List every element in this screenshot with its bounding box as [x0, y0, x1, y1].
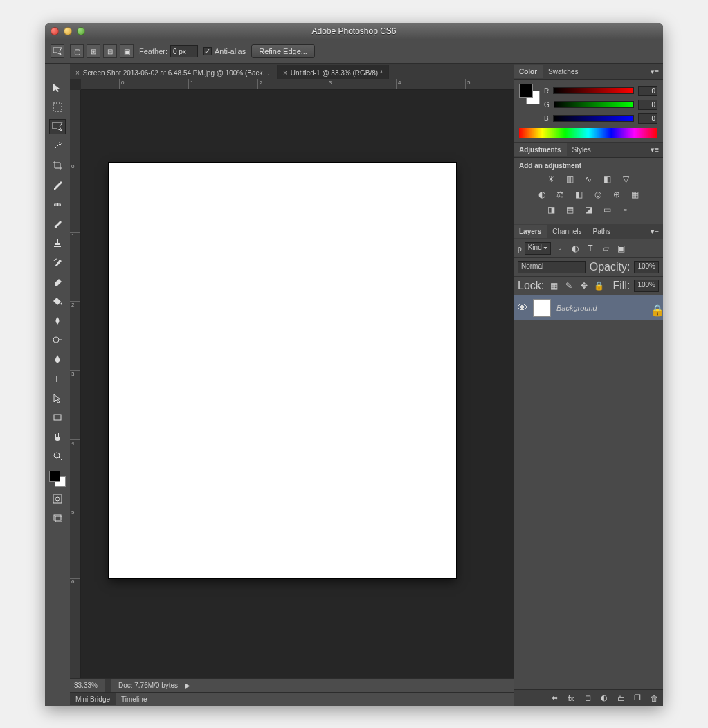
- crop-tool-icon[interactable]: [49, 158, 66, 173]
- filter-adjust-icon[interactable]: ◐: [569, 243, 581, 254]
- eyedropper-tool-icon[interactable]: [49, 177, 66, 192]
- layer-filter-kind[interactable]: Kind ÷: [525, 242, 551, 255]
- channel-mixer-icon[interactable]: ⊕: [610, 189, 623, 200]
- move-tool-icon[interactable]: [49, 80, 66, 95]
- color-swatch-pair[interactable]: [49, 471, 66, 487]
- lock-position-icon[interactable]: ✥: [579, 280, 590, 291]
- g-slider[interactable]: [554, 101, 634, 108]
- styles-tab[interactable]: Styles: [567, 143, 597, 156]
- canvas[interactable]: [109, 163, 456, 578]
- lock-all-icon[interactable]: 🔒: [594, 280, 605, 291]
- filter-type-icon[interactable]: T: [584, 243, 597, 254]
- path-select-tool-icon[interactable]: [49, 390, 66, 406]
- b-value-input[interactable]: [638, 113, 657, 124]
- g-value-input[interactable]: [638, 100, 657, 110]
- blur-tool-icon[interactable]: [49, 313, 66, 328]
- new-layer-icon[interactable]: ❐: [633, 693, 642, 703]
- photo-filter-icon[interactable]: ◎: [592, 189, 604, 200]
- history-brush-tool-icon[interactable]: [49, 255, 66, 270]
- lock-transparency-icon[interactable]: ▦: [548, 280, 559, 291]
- fg-swatch[interactable]: [519, 84, 533, 98]
- selection-intersect-icon[interactable]: ▣: [120, 44, 134, 58]
- marquee-tool-icon[interactable]: [49, 100, 66, 115]
- r-slider[interactable]: [553, 87, 634, 94]
- levels-icon[interactable]: ▥: [563, 174, 576, 185]
- fill-value[interactable]: 100%: [634, 280, 659, 292]
- selection-add-icon[interactable]: ⊞: [87, 44, 100, 58]
- paths-tab[interactable]: Paths: [588, 225, 617, 238]
- eraser-tool-icon[interactable]: [49, 274, 66, 289]
- screen-mode-icon[interactable]: [49, 511, 66, 526]
- mini-bridge-tab[interactable]: Mini Bridge: [70, 693, 116, 705]
- panel-menu-icon[interactable]: ▾≡: [646, 67, 663, 76]
- hand-tool-icon[interactable]: [49, 429, 66, 444]
- channels-tab[interactable]: Channels: [547, 225, 587, 238]
- color-panel-swatch[interactable]: [519, 84, 540, 104]
- shape-tool-icon[interactable]: [49, 410, 66, 425]
- selective-color-icon[interactable]: ▫: [619, 204, 632, 215]
- quick-mask-icon[interactable]: [49, 491, 66, 507]
- filter-smart-icon[interactable]: ▣: [615, 243, 627, 254]
- close-tab-icon[interactable]: ×: [75, 69, 80, 77]
- selection-new-icon[interactable]: ▢: [70, 44, 84, 58]
- canvas-viewport[interactable]: [81, 90, 514, 678]
- color-tab[interactable]: Color: [514, 65, 543, 78]
- vibrance-icon[interactable]: ▽: [619, 174, 632, 185]
- fx-icon[interactable]: fx: [566, 693, 576, 703]
- bw-icon[interactable]: ◧: [573, 189, 586, 200]
- panel-menu-icon[interactable]: ▾≡: [646, 145, 663, 154]
- pen-tool-icon[interactable]: [49, 352, 66, 367]
- layers-tab[interactable]: Layers: [514, 225, 547, 238]
- document-tab-2[interactable]: × Untitled-1 @ 33.3% (RGB/8) *: [278, 65, 389, 79]
- type-tool-icon[interactable]: T: [49, 371, 66, 386]
- brush-tool-icon[interactable]: [49, 216, 66, 231]
- brightness-icon[interactable]: ☀: [545, 174, 557, 185]
- hue-icon[interactable]: ◐: [536, 189, 548, 200]
- invert-icon[interactable]: ◨: [545, 204, 557, 215]
- layer-row[interactable]: 👁 Background 🔒: [514, 295, 663, 320]
- group-icon[interactable]: 🗀: [616, 693, 626, 703]
- swatches-tab[interactable]: Swatches: [543, 65, 583, 78]
- r-value-input[interactable]: [638, 86, 657, 96]
- zoom-level[interactable]: 33.33%: [74, 682, 98, 689]
- status-arrow-icon[interactable]: ▶: [185, 682, 190, 689]
- b-slider[interactable]: [553, 115, 634, 122]
- threshold-icon[interactable]: ◪: [582, 204, 594, 215]
- dodge-tool-icon[interactable]: [49, 332, 66, 347]
- exposure-icon[interactable]: ◧: [601, 174, 613, 185]
- link-layers-icon[interactable]: ⇔: [550, 693, 559, 703]
- curves-icon[interactable]: ∿: [582, 174, 594, 185]
- layer-thumbnail[interactable]: [533, 299, 551, 317]
- feather-input[interactable]: [170, 45, 198, 57]
- lasso-tool-icon[interactable]: [49, 119, 66, 134]
- zoom-tool-icon[interactable]: [49, 448, 66, 464]
- timeline-tab[interactable]: Timeline: [116, 693, 152, 705]
- filter-pixel-icon[interactable]: ▫: [554, 243, 566, 254]
- bucket-tool-icon[interactable]: [49, 293, 66, 309]
- antialias-checkbox[interactable]: ✓: [203, 47, 212, 55]
- wand-tool-icon[interactable]: [49, 138, 66, 154]
- color-spectrum[interactable]: [519, 128, 657, 138]
- panel-menu-icon[interactable]: ▾≡: [646, 227, 663, 236]
- tool-preset-icon[interactable]: [51, 44, 64, 58]
- mask-icon[interactable]: ◻: [583, 693, 592, 703]
- lock-pixels-icon[interactable]: ✎: [563, 280, 574, 291]
- visibility-icon[interactable]: 👁: [518, 303, 527, 313]
- blend-mode-select[interactable]: Normal: [518, 261, 586, 273]
- adjustments-tab[interactable]: Adjustments: [514, 143, 567, 156]
- selection-subtract-icon[interactable]: ⊟: [103, 44, 117, 58]
- posterize-icon[interactable]: ▤: [563, 204, 576, 215]
- document-tab-1[interactable]: × Screen Shot 2013-06-02 at 6.48.54 PM.j…: [70, 65, 278, 79]
- stamp-tool-icon[interactable]: [49, 235, 66, 251]
- refine-edge-button[interactable]: Refine Edge...: [251, 44, 315, 58]
- color-balance-icon[interactable]: ⚖: [554, 189, 567, 200]
- filter-shape-icon[interactable]: ▱: [599, 243, 612, 254]
- color-lookup-icon[interactable]: ▦: [629, 189, 642, 200]
- foreground-color-swatch[interactable]: [49, 471, 60, 482]
- close-tab-icon[interactable]: ×: [283, 69, 287, 77]
- adjustment-layer-icon[interactable]: ◐: [599, 693, 609, 703]
- healing-brush-tool-icon[interactable]: [49, 197, 66, 212]
- doc-info[interactable]: Doc: 7.76M/0 bytes: [118, 682, 178, 689]
- layer-name[interactable]: Background: [556, 304, 645, 312]
- trash-icon[interactable]: 🗑: [649, 693, 659, 703]
